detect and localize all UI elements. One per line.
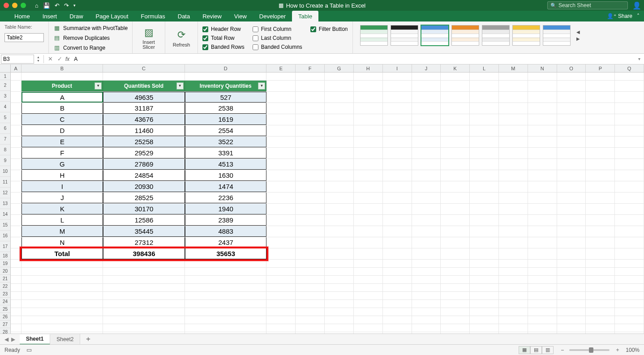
cell[interactable] [266,137,296,147]
cell[interactable] [441,300,470,308]
cell[interactable] [11,300,21,308]
cell[interactable] [325,237,354,248]
table-data-cell[interactable]: 25258 [103,137,185,147]
cell[interactable] [499,300,528,308]
cell[interactable] [470,114,499,125]
cell[interactable] [528,260,557,267]
cell[interactable] [354,204,383,214]
cell[interactable] [586,276,615,283]
cell[interactable] [412,81,441,91]
styles-prev-icon[interactable]: ◀ [575,29,581,35]
table-data-cell[interactable]: 2389 [185,215,267,226]
cell[interactable] [21,284,103,291]
cell[interactable] [296,204,325,214]
cell[interactable] [470,215,499,226]
cell[interactable] [441,148,470,158]
cell[interactable] [441,268,470,275]
cell[interactable] [354,316,383,324]
cell[interactable] [11,260,21,267]
cell[interactable] [615,204,644,214]
cell[interactable] [354,292,383,299]
cell[interactable] [11,137,21,147]
cell[interactable] [103,300,185,308]
redo-icon[interactable]: ↷ [64,2,69,9]
zoom-in-button[interactable]: ＋ [613,346,622,354]
table-data-cell[interactable]: 1630 [185,170,267,181]
cell[interactable] [586,159,615,170]
cell[interactable] [103,73,185,80]
cell[interactable] [296,148,325,158]
cell[interactable] [615,159,644,170]
table-data-cell[interactable]: 2538 [185,103,267,114]
cell[interactable] [325,92,354,103]
cell[interactable] [557,292,586,299]
column-header[interactable]: C [103,64,185,72]
cell[interactable] [185,316,267,324]
column-header[interactable]: K [441,64,470,72]
cell[interactable] [412,148,441,158]
table-data-cell[interactable]: 2236 [185,192,267,203]
cell[interactable] [185,292,267,299]
cell[interactable] [383,137,412,147]
tab-review[interactable]: Review [196,11,228,21]
cell[interactable] [528,148,557,158]
last-column-checkbox[interactable]: Last Column [253,35,302,41]
cell[interactable] [499,308,528,316]
cell[interactable] [586,103,615,114]
cell[interactable] [354,300,383,308]
convert-range-button[interactable]: ▥ Convert to Range [53,44,128,52]
close-window-icon[interactable] [4,3,9,8]
row-header[interactable]: 21 [0,275,10,282]
cell[interactable] [557,125,586,136]
tab-draw[interactable]: Draw [63,11,89,21]
cell[interactable] [586,237,615,248]
cell[interactable] [325,248,354,259]
cell[interactable] [354,170,383,181]
cell[interactable] [11,284,21,291]
cell[interactable] [586,260,615,267]
cell[interactable] [615,81,644,91]
cell[interactable] [615,316,644,324]
filter-dropdown-icon[interactable]: ▼ [94,82,102,90]
cell[interactable] [470,92,499,103]
cell[interactable] [383,125,412,136]
table-data-cell[interactable]: 35445 [103,226,185,237]
cell[interactable] [266,284,296,291]
cell[interactable] [325,308,354,316]
cell[interactable] [266,226,296,237]
cell[interactable] [383,204,412,214]
cell[interactable] [499,284,528,291]
table-style-gray[interactable] [482,25,510,46]
row-header[interactable]: 3 [0,91,10,102]
cell[interactable] [412,114,441,125]
cell[interactable] [586,248,615,259]
row-header[interactable]: 18 [0,252,10,260]
cell[interactable] [325,181,354,192]
cell[interactable] [296,137,325,147]
cell[interactable] [557,92,586,103]
cell[interactable] [499,148,528,158]
cell[interactable] [615,114,644,125]
cell[interactable] [11,292,21,299]
cell[interactable] [296,237,325,248]
cell[interactable] [615,284,644,291]
cell[interactable] [615,192,644,203]
cell[interactable] [557,148,586,158]
table-data-cell[interactable]: 30170 [103,204,185,214]
filter-dropdown-icon[interactable]: ▼ [176,82,184,90]
cell[interactable] [499,316,528,324]
cell[interactable] [470,284,499,291]
row-header[interactable]: 16 [0,231,10,241]
cell[interactable] [441,81,470,91]
cell[interactable] [296,248,325,259]
cell[interactable] [412,268,441,275]
table-name-input[interactable] [4,33,44,42]
cell[interactable] [615,248,644,259]
table-data-cell[interactable]: F [21,148,103,158]
cell[interactable] [528,248,557,259]
cell[interactable] [266,237,296,248]
cell[interactable] [528,125,557,136]
cell[interactable] [557,308,586,316]
sheet-prev-icon[interactable]: ◀ [4,336,9,342]
cell[interactable] [383,316,412,324]
